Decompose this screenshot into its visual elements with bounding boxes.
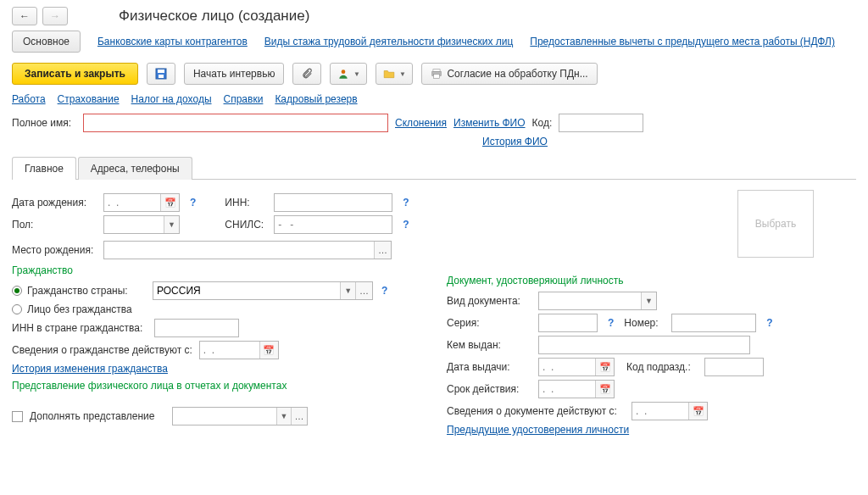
calendar-icon[interactable]: 📅 [259,342,278,359]
help-icon[interactable]: ? [763,317,776,329]
foreign-inn-input[interactable] [154,319,239,337]
page-title: Физическое лицо (создание) [119,8,309,25]
calendar-icon[interactable]: 📅 [160,194,179,211]
citizenship-history-link[interactable]: История изменения гражданства [12,363,168,375]
representation-title: Представление физического лица в отчетах… [12,380,421,392]
inn-label: ИНН: [225,197,267,209]
sublink-work[interactable]: Работа [12,93,46,105]
fullname-input[interactable] [83,114,388,132]
chevron-down-icon[interactable]: ▼ [276,408,291,425]
snils-label: СНИЛС: [225,219,267,231]
print-icon [431,68,442,80]
valid-until-input[interactable] [539,381,595,398]
sublink-reserve[interactable]: Кадровый резерв [275,93,357,105]
chevron-down-icon[interactable]: ▼ [641,292,656,309]
doc-type-label: Вид документа: [447,295,531,307]
series-input[interactable] [538,314,598,332]
start-interview-button[interactable]: Начать интервью [184,63,285,85]
chevron-down-icon: ▼ [353,70,360,78]
birthdate-input[interactable] [104,194,160,211]
help-icon[interactable]: ? [378,285,391,297]
save-button[interactable] [147,63,175,85]
photo-chooser[interactable]: Выбрать [737,190,814,258]
top-tab-bank-cards[interactable]: Банковские карты контрагентов [97,36,248,47]
sublink-refs[interactable]: Справки [224,93,264,105]
tab-main[interactable]: Главное [12,157,76,180]
user-menu-button[interactable]: ▼ [330,63,367,85]
folder-icon [383,68,395,80]
issued-by-label: Кем выдан: [447,339,531,351]
foreign-inn-label: ИНН в стране гражданства: [12,322,147,334]
gender-input[interactable] [104,216,164,233]
snils-input[interactable] [274,215,392,234]
svg-rect-6 [434,75,440,79]
photo-placeholder: Выбрать [755,218,796,230]
calendar-icon[interactable]: 📅 [595,381,614,398]
help-icon[interactable]: ? [186,197,199,209]
forward-button[interactable]: → [42,7,68,25]
svg-point-3 [342,70,346,74]
help-icon[interactable]: ? [604,317,617,329]
birthplace-label: Место рождения: [12,244,97,256]
cit-valid-from-input[interactable] [200,342,259,359]
code-input[interactable] [559,114,643,132]
tab-addresses[interactable]: Адреса, телефоны [78,157,192,180]
calendar-icon[interactable]: 📅 [688,403,707,420]
doc-type-input[interactable] [539,292,641,309]
declension-link[interactable]: Склонения [395,117,447,129]
fullname-label: Полное имя: [12,117,76,129]
ellipsis-button[interactable]: … [355,282,372,299]
top-tab-main[interactable]: Основное [12,31,81,53]
augment-label: Дополнять представление [30,410,165,422]
inn-input[interactable] [274,193,392,212]
consent-button[interactable]: Согласие на обработку ПДн... [421,63,597,85]
calendar-icon[interactable]: 📅 [595,359,614,375]
gender-label: Пол: [12,219,97,231]
user-icon [337,68,349,80]
ellipsis-button[interactable]: … [291,408,307,425]
issued-by-input[interactable] [538,336,750,354]
issue-date-label: Дата выдачи: [447,361,531,373]
stateless-radio[interactable] [12,304,22,314]
code-label: Код: [532,117,553,129]
sublink-tax[interactable]: Налог на доходы [131,93,212,105]
series-label: Серия: [447,317,531,329]
identity-doc-title: Документ, удостоверяющий личность [447,275,856,286]
number-input[interactable] [671,314,756,332]
issue-date-input[interactable] [539,359,595,375]
valid-until-label: Срок действия: [447,383,531,395]
paperclip-icon [301,68,313,80]
help-icon[interactable]: ? [399,197,412,209]
birthdate-label: Дата рождения: [12,197,97,209]
ellipsis-button[interactable]: … [374,242,391,259]
chevron-down-icon[interactable]: ▼ [164,216,179,233]
top-tab-deductions[interactable]: Предоставленные вычеты с предыдущего мес… [530,36,835,47]
unit-code-input[interactable] [704,358,764,376]
help-icon[interactable]: ? [399,219,412,231]
folder-menu-button[interactable]: ▼ [376,63,413,85]
attach-button[interactable] [292,63,321,85]
doc-valid-from-input[interactable] [632,403,688,420]
name-history-link[interactable]: История ФИО [482,136,548,147]
augment-input[interactable] [173,408,276,425]
augment-checkbox[interactable] [12,411,23,422]
citizenship-country-input[interactable] [153,282,340,299]
chevron-down-icon: ▼ [399,70,406,78]
top-tab-experience[interactable]: Виды стажа трудовой деятельности физичес… [264,36,513,47]
doc-valid-from-label: Сведения о документе действуют с: [447,405,625,417]
change-name-link[interactable]: Изменить ФИО [453,117,526,129]
save-icon [155,68,167,80]
chevron-down-icon[interactable]: ▼ [340,282,355,299]
svg-rect-4 [433,70,440,72]
svg-rect-1 [158,70,164,73]
svg-rect-2 [159,75,164,78]
citizenship-radio[interactable] [12,286,22,296]
citizenship-country-label: Гражданство страны: [27,285,147,297]
stateless-label: Лицо без гражданства [27,303,132,315]
back-button[interactable]: ← [12,7,37,25]
birthplace-input[interactable] [104,242,374,259]
previous-docs-link[interactable]: Предыдущие удостоверения личности [447,424,629,436]
save-close-button[interactable]: Записать и закрыть [12,63,138,85]
number-label: Номер: [624,317,665,329]
sublink-insurance[interactable]: Страхование [58,93,120,105]
